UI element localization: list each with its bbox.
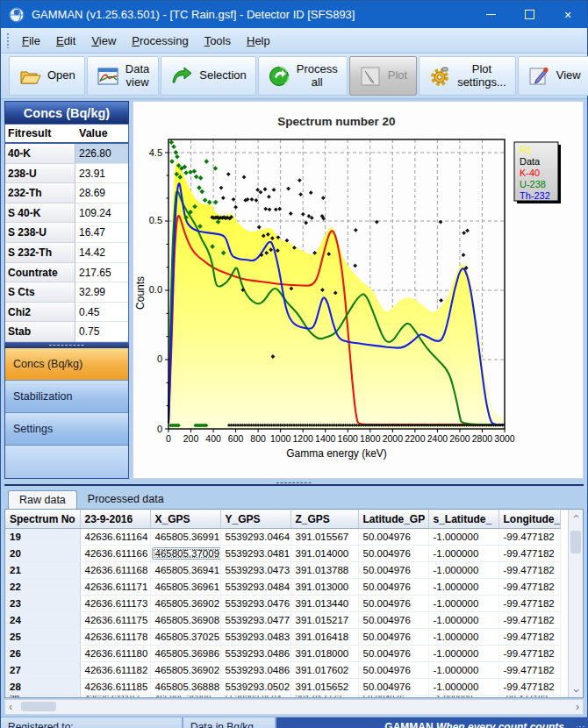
scroll-up-icon[interactable]: ›	[570, 514, 583, 517]
data-cell[interactable]: 465805.36902	[150, 662, 220, 679]
data-cell[interactable]: 50.004976	[358, 629, 428, 646]
data-cell[interactable]: 465805.36991	[150, 529, 220, 546]
data-cell[interactable]: 50.004976	[358, 646, 428, 662]
data-cell[interactable]: 5539293.0481	[220, 546, 290, 562]
data-cell[interactable]: 465805.36902	[150, 596, 220, 612]
fitresult-row[interactable]: S Cts32.99	[5, 282, 128, 303]
data-cell[interactable]: -1.000000	[428, 612, 498, 629]
table-row[interactable]: 2442636.611175465805.369085539293.047739…	[5, 612, 560, 629]
data-cell[interactable]: 391.013788	[290, 562, 358, 579]
data-view-button[interactable]: Data view	[87, 56, 159, 96]
scroll-down-icon[interactable]: ›	[570, 689, 583, 692]
menu-file[interactable]: File	[14, 31, 48, 51]
data-cell[interactable]: -99.477182	[498, 646, 560, 662]
table-row[interactable]: 2542636.611178465805.370255539293.048339…	[5, 629, 560, 646]
data-cell[interactable]: 42636.611173	[80, 596, 150, 612]
column-header[interactable]: s_Latitude_	[428, 510, 498, 529]
row-header-cell[interactable]: 23	[5, 596, 80, 612]
data-cell[interactable]: 391.013440	[290, 596, 358, 612]
data-cell[interactable]: 42636.611166	[80, 546, 150, 562]
column-header[interactable]: 23-9-2016	[80, 510, 150, 529]
plot-settings-button[interactable]: Plot settings...	[419, 56, 516, 96]
menu-tools[interactable]: Tools	[197, 31, 239, 51]
concs-col-fitresult[interactable]: Fitresult	[5, 127, 75, 139]
data-cell[interactable]: -1.000000	[428, 529, 498, 546]
data-cell[interactable]: 5539293.0502	[220, 679, 290, 696]
data-cell[interactable]: 5539293.0484	[220, 579, 290, 596]
data-cell[interactable]: 5539293.0473	[220, 562, 290, 579]
column-header[interactable]: Y_GPS	[220, 510, 290, 529]
data-cell[interactable]: -99.477182	[498, 629, 560, 646]
fitresult-row[interactable]: Countrate217.65	[5, 263, 128, 283]
data-cell[interactable]: 50.004976	[358, 579, 428, 596]
column-header[interactable]: Longitude_	[498, 510, 560, 529]
table-row[interactable]: 2342636.611173465805.369025539293.047639…	[5, 596, 560, 612]
row-header-cell[interactable]: 21	[5, 562, 80, 579]
data-cell[interactable]: 50.004976	[358, 596, 428, 612]
data-cell[interactable]: 50.004976	[358, 562, 428, 579]
row-header-cell[interactable]: 24	[5, 612, 80, 629]
open-button[interactable]: Open	[9, 56, 85, 96]
table-row[interactable]: 2242636.611171465805.369615539293.048439…	[5, 579, 560, 596]
fitresult-row[interactable]: S 238-U16.47	[5, 223, 128, 243]
data-cell[interactable]: -1.000000	[428, 579, 498, 596]
horizontal-scroll-thumb[interactable]	[21, 702, 56, 711]
data-cell[interactable]: 42636.611182	[80, 662, 150, 679]
data-cell[interactable]: 42636.611164	[80, 529, 150, 546]
data-cell[interactable]: 42636.611180	[80, 646, 150, 662]
data-cell[interactable]: 391.017602	[290, 662, 358, 679]
column-header[interactable]: X_GPS	[150, 510, 220, 529]
data-cell[interactable]: -99.477182	[498, 612, 560, 629]
data-cell[interactable]: -99.477182	[498, 596, 560, 612]
data-cell[interactable]: 465805.36888	[150, 679, 220, 696]
data-cell[interactable]: 42636.611178	[80, 629, 150, 646]
selected-cell[interactable]: 465805.37009	[152, 547, 221, 560]
data-cell[interactable]: 5539293.0476	[220, 596, 290, 612]
column-header[interactable]: Latitude_GP	[358, 510, 428, 529]
table-row[interactable]: 2042636.611166465805.370095539293.048139…	[5, 546, 560, 562]
row-header-cell[interactable]: 19	[5, 529, 80, 546]
column-header[interactable]: Z_GPS	[290, 510, 358, 529]
close-button[interactable]: ×	[549, 1, 587, 28]
menu-help[interactable]: Help	[239, 31, 278, 51]
menu-view[interactable]: View	[83, 31, 124, 51]
horizontal-scrollbar[interactable]: ‹ ›	[4, 699, 584, 715]
nav-item-concs[interactable]: Concs (Bq/kg)	[5, 348, 128, 381]
horizontal-splitter[interactable]	[4, 479, 584, 486]
data-cell[interactable]: 50.004976	[358, 612, 428, 629]
data-cell[interactable]: -1.000000	[428, 596, 498, 612]
tab-raw-data[interactable]: Raw data	[8, 490, 77, 510]
fitresult-row[interactable]: Stab0.75	[5, 322, 128, 342]
maximize-button[interactable]	[510, 1, 549, 28]
menu-grip[interactable]	[6, 32, 10, 48]
table-row-partial[interactable]: 2942636.611187465805.368985539293.050439…	[5, 696, 560, 699]
scroll-right-icon[interactable]: ›	[576, 701, 579, 714]
table-row[interactable]: 2842636.611185465805.368885539293.050239…	[5, 679, 560, 696]
data-cell[interactable]: 391.016418	[290, 629, 358, 646]
row-header-cell[interactable]: 27	[5, 662, 80, 679]
fitresult-row[interactable]: Chi20.45	[5, 303, 128, 323]
fitresult-row[interactable]: 238-U23.91	[5, 164, 128, 184]
minimize-button[interactable]	[471, 1, 510, 28]
spectrum-chart[interactable]: 0200400600800100012001400160018002000220…	[133, 128, 576, 477]
data-cell[interactable]: 5539293.0486	[220, 662, 290, 679]
row-header-cell[interactable]: 28	[5, 679, 80, 696]
data-cell[interactable]: -1.000000	[428, 662, 498, 679]
data-cell[interactable]: 50.004976	[358, 529, 428, 546]
data-cell[interactable]: 50.004976	[358, 679, 428, 696]
row-header-cell[interactable]: 22	[5, 579, 80, 596]
data-cell[interactable]: 5539293.0483	[220, 629, 290, 646]
fitresult-row[interactable]: S 40-K109.24	[5, 203, 128, 224]
data-cell[interactable]: 465805.36961	[150, 579, 220, 596]
scroll-left-icon[interactable]: ‹	[9, 701, 12, 714]
data-cell[interactable]: 391.015652	[290, 679, 358, 696]
selection-button[interactable]: Selection	[161, 56, 255, 96]
fitresult-row[interactable]: S 232-Th14.42	[5, 243, 128, 263]
data-cell[interactable]: 5539293.0477	[220, 612, 290, 629]
data-cell[interactable]: 465805.37009	[150, 546, 220, 562]
fitresult-row[interactable]: 232-Th28.69	[5, 183, 128, 203]
data-cell[interactable]: 465805.36941	[150, 562, 220, 579]
tab-processed-data[interactable]: Processed data	[77, 490, 175, 509]
data-cell[interactable]: -99.477182	[498, 562, 560, 579]
fitresult-row[interactable]: 40-K226.80	[5, 144, 128, 164]
